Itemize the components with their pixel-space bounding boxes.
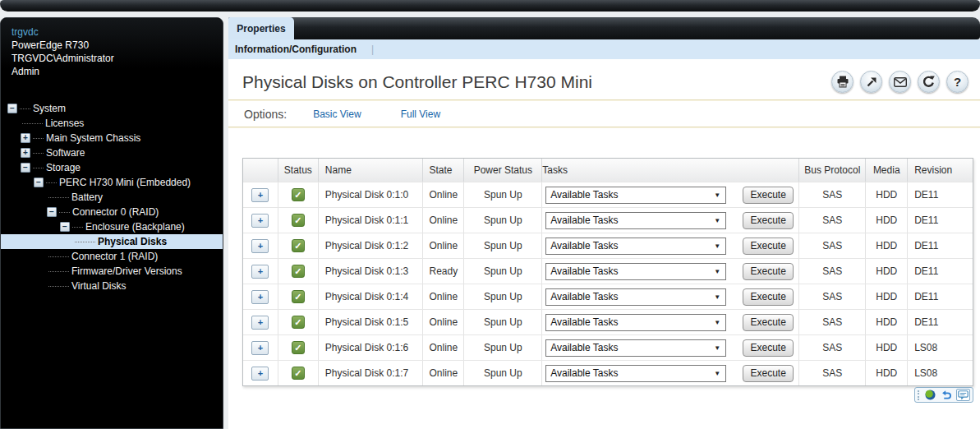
tree-connector [72,227,83,228]
disk-name: Physical Disk 0:1:1 [319,208,423,233]
execute-button[interactable]: Execute [743,314,794,331]
disk-media: HDD [866,259,908,284]
options-row: Options: Basic View Full View [228,101,980,127]
tree-toggle[interactable]: + [21,148,30,158]
expand-row-button[interactable]: + [251,341,269,355]
tree-toggle[interactable]: − [34,178,44,187]
user-role: Admin [12,65,213,78]
disk-revision: LS08 [908,361,973,385]
tree-item[interactable]: Connector 1 (RAID) [1,249,223,264]
tasks-dropdown[interactable]: Available Tasks ▼ [545,212,726,229]
toolbar-drag-handle-icon[interactable] [918,390,921,400]
disk-power-status: Spun Up [464,335,542,360]
column-header: Bus Protocol [799,159,866,182]
expand-row-button[interactable]: + [251,290,269,304]
dropdown-arrow-icon: ▼ [714,191,725,199]
print-icon[interactable] [831,71,853,93]
execute-button[interactable]: Execute [743,187,794,204]
tasks-dropdown[interactable]: Available Tasks ▼ [545,314,726,331]
expand-row-button[interactable]: + [251,316,269,330]
tasks-dropdown-value: Available Tasks [546,189,714,201]
tree-item[interactable]: Physical Disks [1,234,223,249]
tree-item[interactable]: Virtual Disks [1,279,223,293]
tree-toggle[interactable]: − [7,104,17,113]
disk-revision: DE11 [908,310,973,334]
expand-row-button[interactable]: + [251,214,269,228]
basic-view-link[interactable]: Basic View [313,108,361,120]
disk-revision: DE11 [908,182,973,207]
tree-item[interactable]: + Main System Chassis [1,131,223,145]
dropdown-arrow-icon: ▼ [714,344,725,352]
tree-connector [33,168,44,168]
email-icon[interactable] [889,71,911,93]
tasks-dropdown[interactable]: Available Tasks ▼ [545,365,726,382]
execute-button[interactable]: Execute [743,212,794,229]
table-row: + ✓ Physical Disk 0:1:7 Online Spun Up A… [243,360,973,385]
tree-item[interactable]: Firmware/Driver Versions [1,264,223,279]
status-ok-icon: ✓ [292,367,305,380]
status-ok-icon: ✓ [292,290,305,303]
subnav-information-configuration[interactable]: Information/Configuration [235,44,357,55]
tree-item[interactable]: − PERC H730 Mini (Embedded) [1,175,223,190]
execute-button[interactable]: Execute [743,288,794,306]
tasks-dropdown[interactable]: Available Tasks ▼ [545,187,726,204]
tab-properties[interactable]: Properties [228,17,294,39]
disk-state: Online [423,182,465,207]
execute-button[interactable]: Execute [743,263,794,280]
disk-revision: DE11 [908,233,973,258]
comment-icon[interactable] [956,389,970,401]
tree-connector [48,256,69,257]
tree-item[interactable]: + Software [1,145,223,160]
disk-media: HDD [866,233,908,258]
subnav-separator: | [371,44,374,55]
tree-toggle[interactable]: − [47,207,57,217]
content-area: Properties Information/Configuration | P… [228,17,980,429]
column-header: Revision [908,159,973,182]
tree-item[interactable]: Licenses [1,116,223,131]
tree-item[interactable]: − Connector 0 (RAID) [1,205,223,219]
subnav-bar: Information/Configuration | [228,39,980,59]
dropdown-arrow-icon: ▼ [714,242,725,250]
execute-button[interactable]: Execute [743,339,794,357]
question-glyph: ? [954,75,961,89]
column-header: Name [319,159,423,182]
tree-label: System [33,101,66,116]
disk-power-status: Spun Up [464,310,542,334]
tasks-dropdown[interactable]: Available Tasks ▼ [545,288,726,306]
disk-name: Physical Disk 0:1:0 [319,182,423,207]
refresh-icon[interactable] [918,71,940,93]
export-icon[interactable] [860,71,882,93]
physical-disks-table: StatusNameStatePower StatusTasksBus Prot… [242,158,973,386]
tree-connector [22,123,43,124]
undo-icon[interactable] [940,389,954,401]
expand-row-button[interactable]: + [251,188,269,202]
tree-item[interactable]: − Storage [1,160,223,175]
tree-connector [48,271,69,272]
full-view-link[interactable]: Full View [401,108,440,120]
tasks-dropdown[interactable]: Available Tasks ▼ [545,238,726,255]
tree-item[interactable]: − System [1,101,223,116]
execute-button[interactable]: Execute [743,238,794,255]
tree-connector [48,286,69,287]
tasks-dropdown[interactable]: Available Tasks ▼ [545,339,726,357]
tree-item[interactable]: Battery [1,190,223,205]
tasks-dropdown-value: Available Tasks [546,240,714,251]
tasks-dropdown[interactable]: Available Tasks ▼ [545,263,726,280]
tree-toggle[interactable]: − [21,163,30,173]
table-row: + ✓ Physical Disk 0:1:3 Ready Spun Up Av… [243,258,973,284]
execute-button[interactable]: Execute [743,365,794,382]
tree-toggle[interactable]: − [60,222,70,232]
expand-row-button[interactable]: + [251,367,269,381]
help-icon[interactable]: ? [946,71,968,93]
disk-state: Ready [423,259,465,284]
expand-row-button[interactable]: + [251,265,269,279]
expand-row-button[interactable]: + [251,239,269,253]
tree-toggle[interactable]: + [21,133,30,143]
globe-icon[interactable] [923,389,937,401]
tree-item[interactable]: − Enclosure (Backplane) [1,219,223,234]
disk-media: HDD [866,335,908,360]
tree-connector [59,212,70,213]
hostname-link[interactable]: trgvdc [12,25,213,39]
tasks-dropdown-value: Available Tasks [546,214,714,226]
page-action-toolbar: ? [831,71,968,93]
